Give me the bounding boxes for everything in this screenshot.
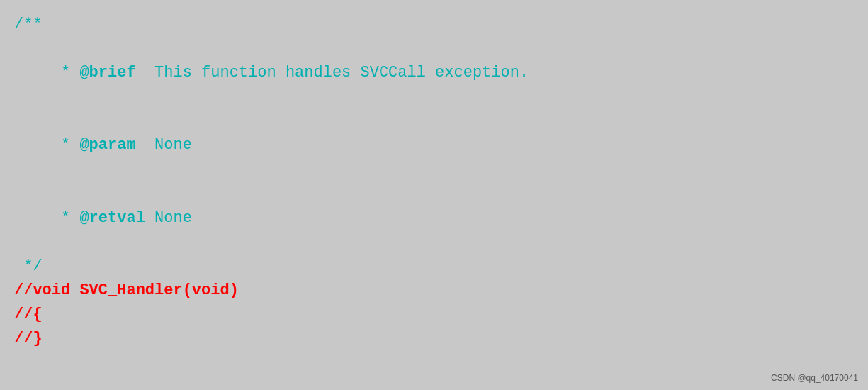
param-line: * @param None [14, 109, 854, 182]
commented-function: //void SVC_Handler(void) [14, 279, 854, 303]
watermark: CSDN @qq_40170041 [771, 373, 858, 383]
brief-line: * @brief This function handles SVCCall e… [14, 37, 854, 109]
code-block: /** * @brief This function handles SVCCa… [0, 0, 868, 364]
retval-text: None [145, 209, 192, 227]
retval-tag: @retval [79, 209, 145, 227]
commented-open-brace: //{ [14, 303, 854, 327]
param-tag: @param [79, 136, 135, 154]
brief-text: This function handles SVCCall exception. [136, 64, 529, 82]
comment-open: /** [14, 13, 854, 37]
comment-close: */ [14, 255, 854, 279]
brief-tag: @brief [79, 64, 135, 82]
brief-prefix: * [52, 64, 80, 82]
retval-line: * @retval None [14, 182, 854, 255]
retval-prefix: * [52, 209, 80, 227]
param-prefix: * [52, 136, 80, 154]
param-text: None [136, 136, 192, 154]
commented-close-brace: //} [14, 327, 854, 351]
